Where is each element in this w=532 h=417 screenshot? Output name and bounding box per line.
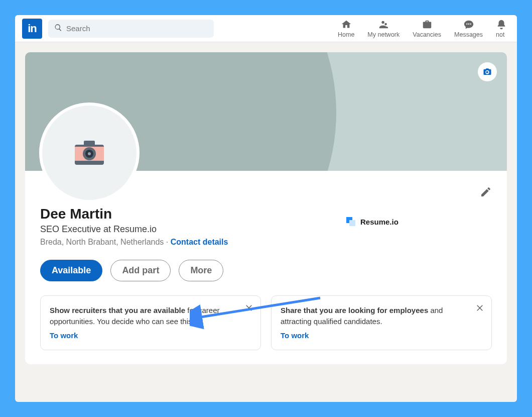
profile-card: Resume.io Dee Martin SEO Executive at Re… — [25, 52, 507, 364]
company-chip[interactable]: Resume.io — [346, 217, 398, 226]
available-button[interactable]: Available — [40, 260, 102, 281]
employers-card-bold: Share that you are looking for employees — [281, 306, 428, 315]
search-icon — [54, 24, 62, 34]
profile-location-line: Breda, North Brabant, Netherlands · Cont… — [40, 238, 492, 247]
company-name: Resume.io — [360, 218, 398, 226]
nav-vacancies-label: Vacancies — [413, 31, 441, 38]
avatar-placeholder[interactable] — [39, 102, 140, 203]
profile-location: Breda, North Brabant, Netherlands — [40, 238, 164, 246]
employers-card-close[interactable] — [475, 303, 484, 315]
recruiters-card-cta[interactable]: To work — [50, 330, 235, 341]
topbar: in Home My network Vacancies Messages — [15, 15, 517, 42]
top-nav: Home My network Vacancies Messages not — [338, 19, 507, 38]
nav-vacancies[interactable]: Vacancies — [413, 19, 441, 38]
nav-messages-label: Messages — [454, 31, 483, 38]
edit-cover-button[interactable] — [478, 62, 497, 81]
info-cards-row: Show recruiters that you are available f… — [40, 295, 492, 350]
edit-profile-button[interactable] — [480, 186, 492, 200]
search-field[interactable] — [48, 20, 214, 38]
camera-placeholder-icon — [72, 138, 107, 168]
recruiters-card-close[interactable] — [244, 303, 253, 315]
nav-home[interactable]: Home — [338, 19, 354, 38]
recruiters-card-bold: Show recruiters that you are available — [50, 306, 185, 315]
app-frame: in Home My network Vacancies Messages — [15, 15, 517, 402]
content-area: Resume.io Dee Martin SEO Executive at Re… — [15, 42, 517, 374]
search-input[interactable] — [66, 24, 208, 33]
more-button[interactable]: More — [179, 260, 223, 281]
nav-notifications-cutoff[interactable]: not — [496, 19, 507, 38]
pencil-icon — [480, 186, 492, 198]
camera-icon — [483, 67, 492, 76]
close-icon — [244, 303, 253, 312]
close-icon — [475, 303, 484, 312]
nav-home-label: Home — [338, 31, 354, 38]
profile-name: Dee Martin — [40, 206, 492, 222]
svg-rect-2 — [84, 141, 95, 146]
add-part-button[interactable]: Add part — [110, 260, 171, 281]
svg-point-5 — [88, 152, 91, 155]
company-logo-icon — [346, 217, 355, 226]
nav-network[interactable]: My network — [367, 19, 400, 38]
recruiters-card: Show recruiters that you are available f… — [40, 295, 261, 350]
employers-card: Share that you are looking for employees… — [271, 295, 492, 350]
nav-messages[interactable]: Messages — [454, 19, 483, 38]
nav-notifications-label: not — [496, 31, 504, 38]
location-separator: · — [164, 238, 170, 246]
profile-headline: SEO Executive at Resume.io — [40, 224, 492, 235]
employers-card-cta[interactable]: To work — [281, 330, 466, 341]
contact-details-link[interactable]: Contact details — [171, 238, 228, 246]
profile-action-row: Available Add part More — [40, 260, 492, 281]
linkedin-logo[interactable]: in — [22, 19, 42, 39]
nav-network-label: My network — [367, 31, 400, 38]
